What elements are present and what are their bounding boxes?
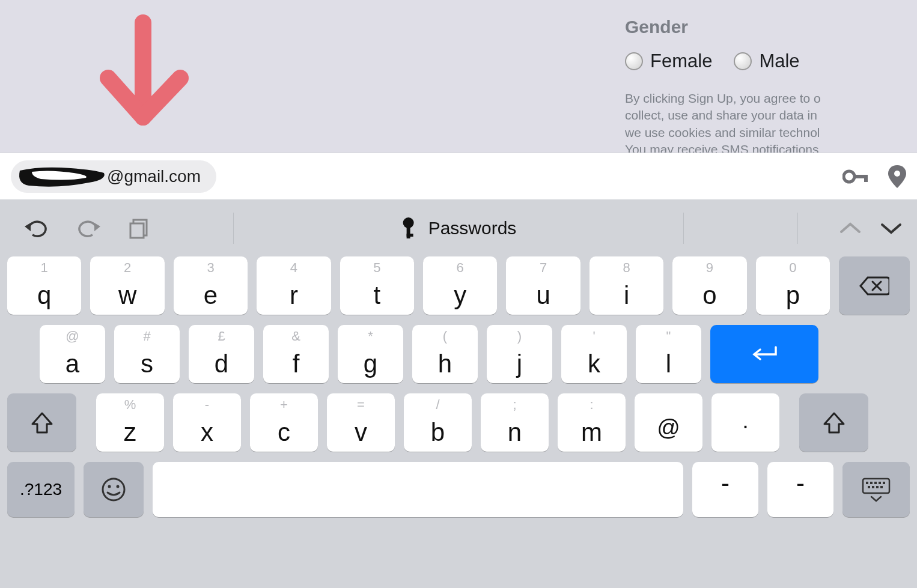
gender-heading: Gender: [625, 17, 917, 37]
key-y[interactable]: 6y: [423, 256, 497, 315]
key-f[interactable]: &f: [263, 325, 329, 383]
key-p[interactable]: 0p: [756, 256, 830, 315]
key-k[interactable]: 'k: [561, 325, 627, 383]
key-z[interactable]: %z: [96, 393, 164, 452]
svg-rect-20: [876, 486, 879, 488]
male-label: Male: [759, 50, 799, 72]
key-v[interactable]: =v: [327, 393, 395, 452]
svg-rect-15: [874, 482, 877, 484]
email-suggestion-text: @gmail.com: [107, 167, 201, 186]
shift-key-right[interactable]: [799, 393, 868, 452]
clipboard-icon[interactable]: [129, 217, 150, 239]
shift-key-left[interactable]: [7, 393, 76, 452]
gender-male-option[interactable]: Male: [734, 50, 799, 72]
emoji-key[interactable]: [84, 462, 144, 517]
key-a[interactable]: @a: [40, 325, 105, 383]
signup-form-fragment: Gender Female Male By clicking Sign Up, …: [625, 0, 917, 158]
key-icon: [401, 217, 416, 240]
email-suggestion-chip[interactable]: @gmail.com: [11, 160, 216, 193]
svg-rect-17: [883, 482, 885, 484]
terms-text: By clicking Sign Up, you agree to o coll…: [625, 90, 917, 158]
dash-key[interactable]: -: [692, 462, 758, 517]
numeric-symbols-key[interactable]: .?123: [7, 462, 75, 517]
key-u[interactable]: 7u: [506, 256, 580, 315]
svg-point-11: [117, 485, 120, 488]
key-o[interactable]: 9o: [672, 256, 746, 315]
svg-rect-13: [866, 482, 868, 484]
female-label: Female: [650, 50, 712, 72]
page-content: Gender Female Male By clicking Sign Up, …: [0, 0, 917, 153]
period-key[interactable]: .: [711, 393, 779, 452]
backspace-key[interactable]: [839, 256, 910, 315]
key-t[interactable]: 5t: [340, 256, 414, 315]
key-g[interactable]: *g: [338, 325, 403, 383]
return-key[interactable]: [710, 325, 818, 383]
key-h[interactable]: (h: [412, 325, 478, 383]
chevron-down-icon[interactable]: [880, 221, 903, 235]
passwords-label: Passwords: [428, 218, 517, 238]
dash-key-2[interactable]: -: [767, 462, 833, 517]
key-s[interactable]: #s: [114, 325, 180, 383]
svg-point-3: [894, 171, 900, 177]
key-b[interactable]: /b: [404, 393, 472, 452]
key-x[interactable]: -x: [173, 393, 241, 452]
svg-rect-18: [868, 486, 870, 488]
svg-rect-2: [864, 175, 868, 182]
undo-icon[interactable]: [23, 218, 49, 238]
chevron-up-icon[interactable]: [839, 221, 862, 235]
gender-female-option[interactable]: Female: [625, 50, 712, 72]
radio-icon: [625, 52, 643, 70]
separator: [797, 213, 798, 244]
key-m[interactable]: :m: [558, 393, 626, 452]
autofill-suggestion-bar: @gmail.com: [0, 153, 917, 199]
key-n[interactable]: ;n: [481, 393, 549, 452]
key-e[interactable]: 3e: [174, 256, 248, 315]
svg-rect-16: [879, 482, 881, 484]
svg-point-9: [103, 479, 124, 500]
svg-point-10: [108, 485, 111, 488]
keyboard-toolbar: Passwords: [0, 199, 917, 256]
redacted-mark: [17, 165, 107, 189]
onscreen-keyboard: Passwords 1q2w3e4r5t6y7u8i9o0p @a#s£d&f*…: [0, 199, 917, 588]
radio-icon: [734, 52, 752, 70]
dismiss-keyboard-key[interactable]: [842, 462, 910, 517]
redo-icon[interactable]: [76, 218, 102, 238]
key-l[interactable]: "l: [636, 325, 701, 383]
location-pin-icon[interactable]: [888, 165, 906, 188]
password-key-icon[interactable]: [842, 168, 870, 186]
svg-rect-21: [880, 486, 883, 488]
annotation-arrow-icon: [84, 12, 198, 144]
key-q[interactable]: 1q: [7, 256, 81, 315]
key-r[interactable]: 4r: [257, 256, 331, 315]
separator: [683, 213, 684, 244]
svg-rect-8: [407, 234, 413, 237]
key-c[interactable]: +c: [250, 393, 318, 452]
key-j[interactable]: )j: [487, 325, 552, 383]
key-w[interactable]: 2w: [90, 256, 164, 315]
svg-rect-19: [872, 486, 874, 488]
svg-rect-5: [130, 223, 144, 238]
space-key[interactable]: [153, 462, 683, 517]
separator: [233, 213, 234, 244]
key-d[interactable]: £d: [189, 325, 254, 383]
at-key[interactable]: @: [635, 393, 702, 452]
svg-rect-14: [870, 482, 873, 484]
svg-point-0: [844, 171, 855, 182]
passwords-shortcut[interactable]: Passwords: [401, 217, 517, 240]
key-i[interactable]: 8i: [590, 256, 663, 315]
